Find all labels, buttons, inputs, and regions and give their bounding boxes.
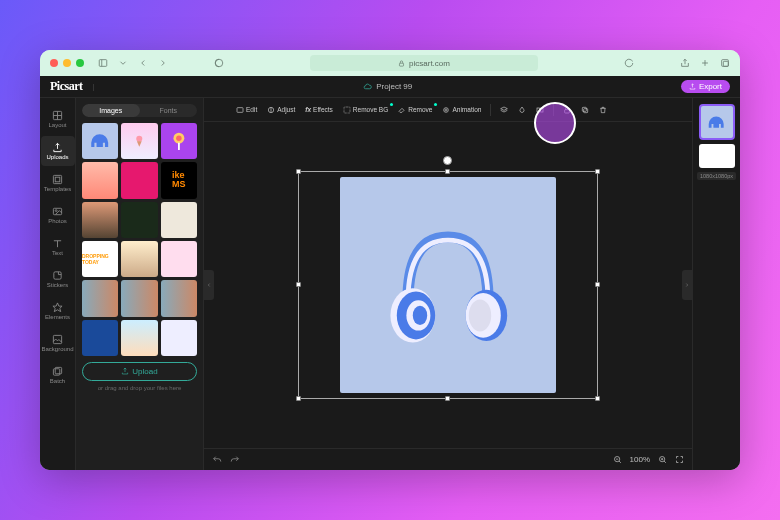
thumb-blue[interactable] (82, 320, 118, 356)
tool-adjust[interactable]: Adjust (263, 104, 299, 116)
plus-icon[interactable] (700, 58, 710, 68)
svg-rect-34 (583, 107, 587, 111)
thumb-yoga[interactable] (161, 320, 197, 356)
context-toolbar: Edit Adjust fxEffects Remove BG Remove A… (204, 98, 692, 122)
export-icon (689, 83, 696, 90)
thumb-duo-1[interactable] (82, 280, 118, 316)
rotate-handle[interactable] (443, 156, 452, 165)
zoom-in-button[interactable] (658, 455, 667, 464)
tabs-icon[interactable] (720, 58, 730, 68)
tool-remove[interactable]: Remove (394, 104, 436, 116)
rail-photos[interactable]: Photos (41, 200, 75, 230)
layer-thumb-background[interactable] (699, 144, 735, 168)
tool-duplicate[interactable] (577, 104, 593, 116)
rail-layout[interactable]: Layout (41, 104, 75, 134)
canvas-dimensions: 1080x1080px (697, 172, 736, 180)
zoom-out-button[interactable] (613, 455, 622, 464)
back-icon[interactable] (138, 58, 148, 68)
refresh-icon[interactable] (624, 58, 634, 68)
layers-rail: 1080x1080px (692, 98, 740, 470)
undo-button[interactable] (212, 455, 222, 465)
tool-animation[interactable]: Animation (438, 104, 485, 116)
copy-icon (581, 106, 589, 114)
rail-background[interactable]: Background (41, 328, 75, 358)
thumb-tote-bag[interactable] (161, 202, 197, 238)
project-title[interactable]: Project 99 (363, 82, 412, 91)
logo[interactable]: Picsart (50, 79, 82, 94)
export-button[interactable]: Export (681, 80, 730, 93)
shield-icon[interactable] (214, 58, 224, 68)
maximize-window-button[interactable] (76, 59, 84, 67)
tool-delete[interactable] (595, 104, 611, 116)
resize-handle-rc[interactable] (595, 282, 600, 287)
zoom-value[interactable]: 100% (630, 455, 650, 464)
resize-handle-br[interactable] (595, 396, 600, 401)
ai-badge (390, 103, 393, 106)
headphone-image[interactable] (368, 205, 528, 365)
tab-images[interactable]: Images (82, 104, 140, 117)
svg-point-20 (136, 136, 142, 142)
collapse-right-button[interactable] (682, 270, 692, 300)
thumb-dropping-today[interactable]: DROPPING TODAY (82, 241, 118, 277)
resize-handle-bl[interactable] (296, 396, 301, 401)
thumb-pink-coat[interactable] (121, 162, 157, 198)
lock-icon (398, 60, 405, 67)
svg-rect-11 (53, 175, 61, 183)
thumb-beach[interactable] (121, 320, 157, 356)
browser-right-controls (680, 58, 730, 68)
resize-handle-tl[interactable] (296, 169, 301, 174)
thumb-sunglasses[interactable] (82, 162, 118, 198)
rail-elements[interactable]: Elements (41, 296, 75, 326)
thumb-woman-curly[interactable] (82, 202, 118, 238)
forward-icon[interactable] (158, 58, 168, 68)
tool-edit[interactable]: Edit (232, 104, 261, 116)
rail-batch[interactable]: Batch (41, 360, 75, 390)
resize-handle-tc[interactable] (445, 169, 450, 174)
collapse-left-button[interactable] (204, 270, 214, 300)
upload-button[interactable]: Upload (82, 362, 197, 381)
thumb-family[interactable] (121, 241, 157, 277)
chevron-down-icon[interactable] (118, 58, 128, 68)
side-tabs: Images Fonts (82, 104, 197, 117)
bottom-bar: 100% (204, 448, 692, 470)
url-bar[interactable]: picsart.com (310, 55, 538, 71)
minimize-window-button[interactable] (63, 59, 71, 67)
thumb-icecream[interactable] (121, 123, 157, 159)
canvas-area: Edit Adjust fxEffects Remove BG Remove A… (204, 98, 692, 470)
layer-thumb-headphones[interactable] (699, 104, 735, 140)
thumb-headphones[interactable] (82, 123, 118, 159)
tutorial-spotlight (534, 102, 576, 144)
remove-bg-icon (343, 106, 351, 114)
rail-uploads[interactable]: Uploads (41, 136, 75, 166)
browser-window: picsart.com Picsart | Project 99 Export (40, 50, 740, 470)
upload-icon (121, 367, 129, 375)
thumb-bike-ms[interactable]: ikeMS (161, 162, 197, 198)
tool-opacity[interactable] (514, 104, 530, 116)
artboard[interactable] (340, 177, 556, 393)
share-icon[interactable] (680, 58, 690, 68)
browser-nav (98, 58, 168, 68)
sidebar-icon[interactable] (98, 58, 108, 68)
thumb-baby[interactable] (161, 241, 197, 277)
thumb-plant-dark[interactable] (121, 202, 157, 238)
rail-stickers[interactable]: Stickers (41, 264, 75, 294)
tool-effects[interactable]: fxEffects (301, 104, 337, 115)
resize-handle-bc[interactable] (445, 396, 450, 401)
droplet-icon (518, 106, 526, 114)
picsart-app: Picsart | Project 99 Export Layout Uploa… (40, 76, 740, 470)
tool-position[interactable] (496, 104, 512, 116)
resize-handle-tr[interactable] (595, 169, 600, 174)
resize-handle-lc[interactable] (296, 282, 301, 287)
thumb-duo-3[interactable] (161, 280, 197, 316)
redo-button[interactable] (230, 455, 240, 465)
rail-text[interactable]: Text (41, 232, 75, 262)
tab-fonts[interactable]: Fonts (140, 104, 198, 117)
svg-point-28 (444, 107, 449, 112)
close-window-button[interactable] (50, 59, 58, 67)
thumb-duo-2[interactable] (121, 280, 157, 316)
fit-screen-button[interactable] (675, 455, 684, 464)
tool-remove-bg[interactable]: Remove BG (339, 104, 392, 116)
rail-templates[interactable]: Templates (41, 168, 75, 198)
canvas-viewport[interactable] (204, 122, 692, 448)
thumb-lollipop[interactable] (161, 123, 197, 159)
